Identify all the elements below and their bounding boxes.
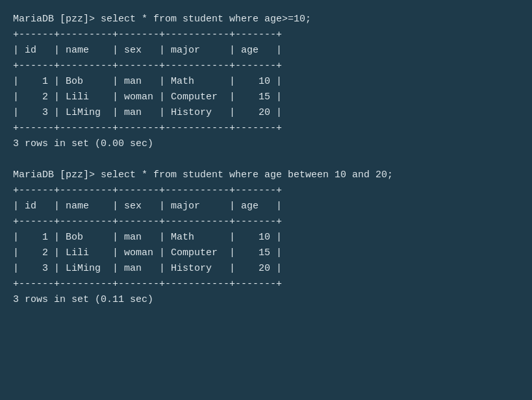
query-1-prompt: MariaDB [pzz]> select * from student whe… [13, 12, 519, 27]
query-1-row-1: | 1 | Bob | man | Math | 10 | [13, 74, 519, 90]
query-2-header: | id | name | sex | major | age | [13, 199, 519, 214]
query-1-border-bot: +------+---------+-------+-----------+--… [13, 121, 519, 136]
query-1-result: 3 rows in set (0.00 sec) [13, 136, 519, 152]
query-2-row-1: | 1 | Bob | man | Math | 10 | [13, 230, 519, 245]
query-2-row-2: | 2 | Lili | woman | Computer | 15 | [13, 245, 519, 261]
query-1-row-3: | 3 | LiMing | man | History | 20 | [13, 105, 519, 121]
query-2-border-top: +------+---------+-------+-----------+--… [13, 183, 519, 199]
query-2-prompt: MariaDB [pzz]> select * from student whe… [13, 168, 519, 183]
query-2-row-3: | 3 | LiMing | man | History | 20 | [13, 261, 519, 277]
query-2-result: 3 rows in set (0.11 sec) [13, 292, 519, 308]
query-1-row-2: | 2 | Lili | woman | Computer | 15 | [13, 90, 519, 105]
query-1-border-mid: +------+---------+-------+-----------+--… [13, 58, 519, 74]
query-2-border-bot: +------+---------+-------+-----------+--… [13, 277, 519, 292]
query-block-1: MariaDB [pzz]> select * from student whe… [13, 12, 519, 152]
query-2-border-mid: +------+---------+-------+-----------+--… [13, 214, 519, 230]
query-block-2: MariaDB [pzz]> select * from student whe… [13, 168, 519, 308]
terminal-window: MariaDB [pzz]> select * from student whe… [13, 12, 519, 308]
query-1-header: | id | name | sex | major | age | [13, 43, 519, 58]
query-1-border-top: +------+---------+-------+-----------+--… [13, 27, 519, 43]
